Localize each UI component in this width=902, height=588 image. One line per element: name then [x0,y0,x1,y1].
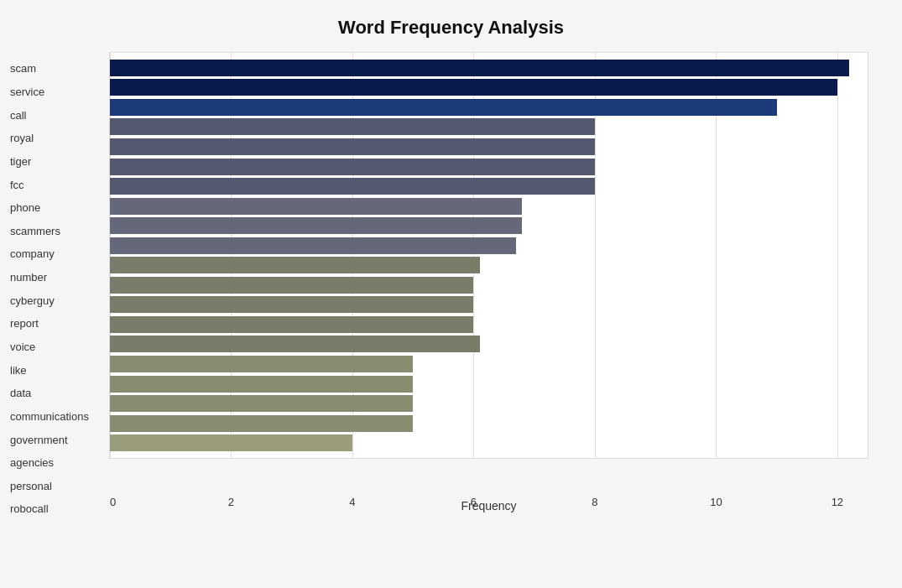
chart-container: Word Frequency Analysis scamservicecallr… [0,0,902,588]
bar-row [110,355,868,373]
bar [110,60,849,76]
bar [110,138,595,155]
bar [110,237,516,254]
bar [110,395,413,412]
bar-row [110,98,868,117]
bar-row [110,414,868,433]
x-axis-title: Frequency [110,499,868,513]
bar [110,178,595,195]
bar [110,159,595,175]
bar [110,217,522,234]
bar [110,198,522,215]
bar-row [110,434,868,452]
bar-row [110,315,868,334]
bar-row [110,335,868,353]
bar-row [110,256,868,274]
bar-row [110,394,868,413]
bar-row [110,78,868,96]
bar [110,296,473,313]
bar-row [110,237,868,255]
chart-area: 024681012 Frequency [109,52,868,459]
bar [110,79,837,96]
bar [110,277,473,294]
bar-row [110,197,868,216]
bar [110,118,595,135]
bar-row [110,158,868,176]
bar-row [110,375,868,393]
bar-row [110,295,868,314]
bar [110,257,480,273]
chart-title: Word Frequency Analysis [34,17,868,39]
bar-row [110,177,868,195]
bar-row [110,276,868,294]
bar-row [110,117,868,136]
bar [110,99,777,116]
bar [110,434,352,451]
bar-row [110,216,868,235]
bar-row [110,59,868,77]
bar [110,316,473,333]
bar-row [110,138,868,156]
bar [110,356,413,372]
bar [110,336,480,352]
bars-area [110,53,868,458]
bar [110,376,413,393]
bar [110,415,413,432]
